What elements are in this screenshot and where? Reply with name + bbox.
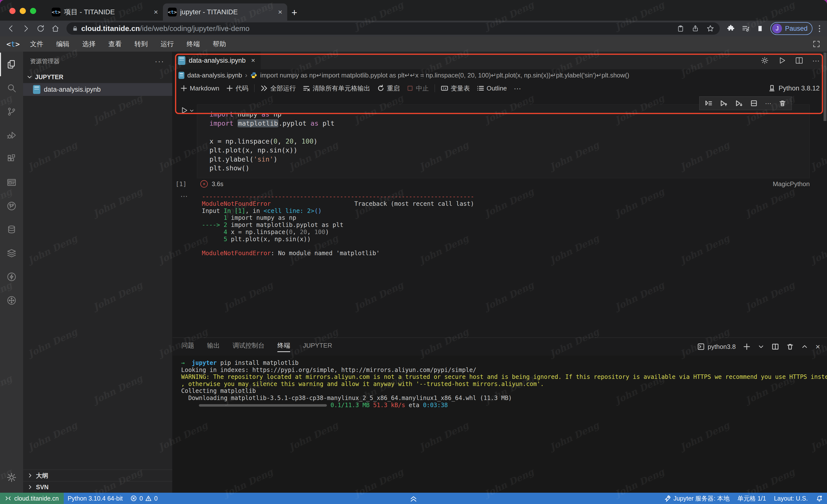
kill-terminal-icon[interactable] [786,343,794,350]
side-panel-icon[interactable] [756,24,764,33]
jupyter-server-indicator[interactable]: Jupyter 服务器: 本地 [660,494,733,503]
close-window-button[interactable] [9,8,15,14]
file-item-notebook[interactable]: data-analysis.ipynb [23,83,172,96]
url-path: /ide/web/coding/jupyter/live-demo [140,24,249,33]
tab-debug-console[interactable]: 调试控制台 [233,341,264,352]
editor-scrollbar[interactable] [824,53,827,121]
cell-more-icon[interactable]: ··· [765,100,771,107]
minimize-window-button[interactable] [20,8,26,14]
menu-run[interactable]: 运行 [154,40,180,48]
close-tab-icon[interactable]: × [278,8,282,16]
notifications-bell-icon[interactable] [812,495,827,502]
profile-chip[interactable]: J Paused [770,22,813,35]
split-editor-icon[interactable] [795,56,804,65]
extensions-icon[interactable] [0,147,23,171]
browser-tab-jupyter[interactable]: <t> jupyter - TITANIDE × [163,3,287,21]
browser-menu-icon[interactable] [819,25,820,32]
new-tab-button[interactable]: + [287,5,301,20]
menu-goto[interactable]: 转到 [128,40,154,48]
tab-jupyter[interactable]: JUPYTER [303,342,332,351]
outline-button[interactable]: Outline [473,85,510,92]
database-icon[interactable] [0,218,23,241]
split-cell-icon[interactable] [750,100,758,107]
live-preview-icon[interactable] [0,171,23,194]
remote-indicator[interactable]: cloud.titanide.cn [0,493,64,504]
extensions-puzzle-icon[interactable] [727,24,735,33]
menu-edit[interactable]: 编辑 [50,40,76,48]
address-bar[interactable]: cloud.titanide.cn/ide/web/coding/jupyter… [66,22,720,35]
add-markdown-button[interactable]: Markdown [177,85,223,92]
back-icon[interactable] [5,23,17,34]
remote-targets-icon[interactable] [0,289,23,312]
execute-below-icon[interactable] [735,99,743,107]
reload-icon[interactable] [35,23,46,34]
menu-view[interactable]: 查看 [102,40,128,48]
toolbar-more-icon[interactable]: ··· [510,84,525,93]
close-panel-icon[interactable]: × [816,342,820,351]
tab-output[interactable]: 输出 [207,341,220,352]
terminal-view[interactable]: → jupyter pip install matplotlibLooking … [173,355,827,493]
chevron-down-icon[interactable] [758,343,764,350]
breadcrumb-code[interactable]: import numpy as np↵import matplotlib.pyp… [260,71,629,79]
fullscreen-icon[interactable] [812,40,827,48]
clear-outputs-button[interactable]: 清除所有单元格输出 [299,84,374,93]
restart-kernel-button[interactable]: 重启 [374,84,403,93]
dock-chevron-icon[interactable] [408,493,419,504]
editor-tab-notebook[interactable]: data-analysis.ipynb × [173,52,261,69]
kernel-picker[interactable]: Python 3.8.12 [768,85,827,92]
problems-indicator[interactable]: 0 0 [127,495,161,502]
explorer-more-icon[interactable]: ··· [155,57,164,65]
maximize-panel-icon[interactable] [801,343,808,350]
terminal-shell-picker[interactable]: python3.8 [697,343,736,351]
variables-button[interactable]: (x)变量表 [437,84,473,93]
save-page-icon[interactable] [677,25,684,32]
breadcrumb-file[interactable]: data-analysis.ipynb [187,71,242,79]
forward-icon[interactable] [20,23,32,34]
git-graph-icon[interactable] [0,194,23,218]
delete-cell-icon[interactable] [779,100,786,107]
explorer-icon[interactable] [0,53,23,76]
close-tab-icon[interactable]: × [154,8,158,16]
split-terminal-icon[interactable] [772,343,779,350]
menu-terminal[interactable]: 终端 [180,40,206,48]
run-debug-icon[interactable] [0,123,23,147]
layout-indicator[interactable]: Layout: U.S. [770,495,812,502]
add-code-button[interactable]: 代码 [223,84,252,93]
breadcrumb[interactable]: data-analysis.ipynb › import numpy as np… [173,69,827,81]
source-control-icon[interactable] [0,100,23,123]
menu-selection[interactable]: 选择 [76,40,102,48]
manage-gear-icon[interactable] [0,466,23,489]
run-editor-icon[interactable] [778,56,786,65]
home-icon[interactable] [50,23,61,34]
svn-section[interactable]: SVN [23,481,172,493]
run-all-button[interactable]: 全部运行 [257,84,299,93]
menu-help[interactable]: 帮助 [206,40,232,48]
cell-language-mode[interactable]: MagicPython [773,180,810,188]
docker-layers-icon[interactable] [0,241,23,265]
share-icon[interactable] [692,25,699,32]
close-editor-tab-icon[interactable]: × [251,57,255,64]
menu-file[interactable]: 文件 [23,40,50,48]
outline-section[interactable]: 大纲 [23,469,172,481]
interrupt-button[interactable]: 中止 [403,84,432,93]
execute-cells-icon[interactable] [705,100,712,107]
thunder-client-icon[interactable] [0,265,23,289]
notebook-settings-gear-icon[interactable] [761,56,769,65]
browser-tab-project[interactable]: <t> 项目 - TITANIDE × [47,3,163,21]
new-terminal-icon[interactable] [743,343,750,350]
notebook-toolbar: Markdown 代码 全部运行 清除所有单元格输出 重启 中止 (x)变量表 … [173,81,827,95]
editor-more-icon[interactable]: ··· [812,56,820,65]
tab-problems[interactable]: 问题 [181,341,194,352]
run-cell-button[interactable] [180,106,194,115]
cell-indicator[interactable]: 单元格 1/1 [733,494,770,503]
output-options-icon[interactable]: ⋯ [181,192,188,201]
search-icon[interactable] [0,76,23,100]
bookmark-star-icon[interactable] [707,24,714,33]
reading-list-icon[interactable] [741,24,750,33]
execute-above-icon[interactable] [720,99,728,107]
explorer-section-jupyter[interactable]: JUPYTER [23,71,172,83]
cell-code-editor[interactable]: import numpy as npimport matplotlib.pypl… [197,105,810,178]
tab-terminal[interactable]: 终端 [277,341,290,352]
zoom-window-button[interactable] [30,8,36,14]
python-interpreter[interactable]: Python 3.10.4 64-bit [64,495,127,502]
